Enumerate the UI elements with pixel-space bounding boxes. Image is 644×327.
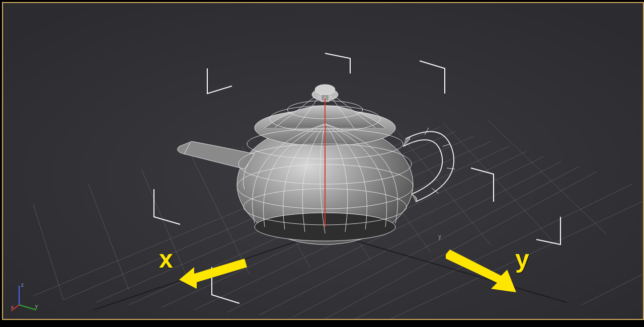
viewport-3d-scene[interactable]: x y z [3, 3, 643, 319]
annotation-x-arrow-icon [179, 250, 255, 290]
annotation-y-arrow-icon [441, 250, 521, 295]
origin-y-label: y [438, 233, 441, 240]
svg-line-51 [19, 305, 36, 310]
svg-point-30 [315, 85, 335, 95]
annotation-x-label: x [159, 244, 173, 274]
gizmo-y-label: y [35, 303, 38, 309]
gizmo-z-label: z [21, 282, 24, 288]
svg-marker-48 [179, 259, 247, 289]
viewport-frame: [ + ] [ Perspective ] [ Realistic + Edge… [2, 2, 644, 320]
gizmo-x-label: x [11, 304, 14, 310]
svg-marker-49 [446, 250, 516, 292]
axis-gizmo[interactable]: z y x [10, 282, 40, 312]
